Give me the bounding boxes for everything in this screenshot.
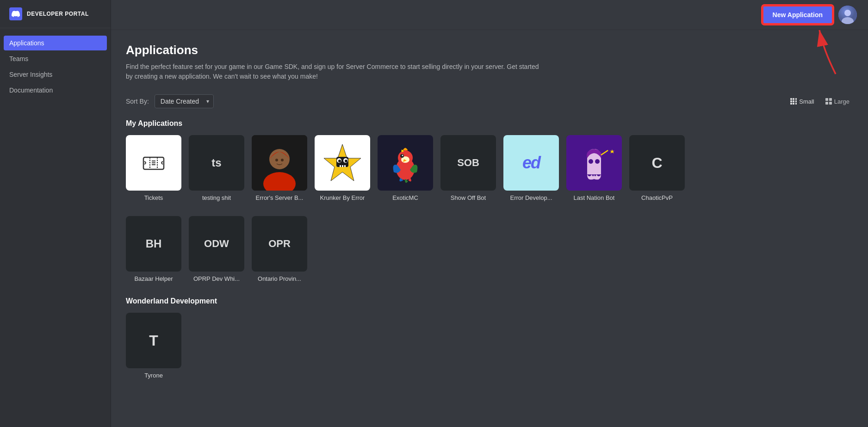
discord-logo-icon xyxy=(9,7,22,20)
sort-bar: Sort By: Date Created Name Last Modified xyxy=(126,94,853,108)
sidebar-nav: Applications Teams Server Insights Docum… xyxy=(0,28,111,105)
page-title: Applications xyxy=(126,43,853,57)
wonderland-title: Wonderland Development xyxy=(126,297,853,305)
main-content: New Application xyxy=(111,0,868,427)
app-card-last-nation[interactable]: Last Nation Bot xyxy=(566,135,622,201)
svg-point-17 xyxy=(338,160,341,162)
app-icon-tyrone: T xyxy=(126,313,181,368)
app-card-oprp-dev[interactable]: ODW OPRP Dev Whi... xyxy=(189,216,244,282)
app-card-krunker[interactable]: Krunker By Error xyxy=(315,135,370,201)
app-card-bazaar-helper[interactable]: BH Bazaar Helper xyxy=(126,216,181,282)
sidebar-item-teams[interactable]: Teams xyxy=(4,51,107,66)
avatar[interactable] xyxy=(838,6,857,24)
sort-label: Sort By: xyxy=(126,98,149,105)
large-view-label: Large xyxy=(834,98,849,105)
app-card-sob[interactable]: SOB Show Off Bot xyxy=(440,135,496,201)
app-name-tickets: Tickets xyxy=(144,194,163,201)
app-icon-krunker xyxy=(315,135,370,191)
app-icon-exoticmc xyxy=(378,135,433,191)
svg-point-1 xyxy=(844,10,851,16)
app-card-exoticmc[interactable]: ExoticMC xyxy=(378,135,433,201)
app-icon-errors-server xyxy=(252,135,307,191)
sort-select[interactable]: Date Created Name Last Modified xyxy=(155,94,214,108)
app-name-exoticmc: ExoticMC xyxy=(392,194,418,201)
app-name-sob: Show Off Bot xyxy=(451,194,486,201)
svg-point-11 xyxy=(275,159,278,161)
svg-point-12 xyxy=(281,159,284,161)
app-name-error-develop: Error Develop... xyxy=(510,194,552,201)
new-application-button[interactable]: New Application xyxy=(763,6,833,24)
app-icon-oprp-dev: ODW xyxy=(189,216,244,272)
app-name-testing-shit: testing shit xyxy=(202,194,231,201)
app-name-krunker: Krunker By Error xyxy=(320,194,365,201)
sidebar: DEVELOPER PORTAL Applications Teams Serv… xyxy=(0,0,111,427)
page-description: Find the perfect feature set for your ga… xyxy=(126,62,542,81)
app-name-tyrone: Tyrone xyxy=(144,372,163,379)
app-name-oprp-dev: OPRP Dev Whi... xyxy=(193,275,240,282)
small-view-label: Small xyxy=(799,98,814,105)
app-name-bazaar-helper: Bazaar Helper xyxy=(134,275,173,282)
app-icon-ontario: OPR xyxy=(252,216,307,272)
svg-point-28 xyxy=(589,159,593,164)
app-card-error-develop[interactable]: ed Error Develop... xyxy=(503,135,559,201)
svg-rect-21 xyxy=(342,165,343,167)
sort-left: Sort By: Date Created Name Last Modified xyxy=(126,94,214,108)
topbar-right: New Application xyxy=(763,6,857,24)
svg-rect-22 xyxy=(344,165,346,167)
app-card-chaoticpvp[interactable]: C ChaoticPvP xyxy=(629,135,685,201)
view-options: Small Large xyxy=(787,96,853,107)
small-grid-icon xyxy=(790,98,797,105)
wonderland-grid: T Tyrone xyxy=(126,313,853,379)
second-apps-grid: BH Bazaar Helper ODW OPRP Dev Whi... OPR… xyxy=(126,216,853,282)
app-icon-tickets xyxy=(126,135,181,191)
app-icon-testing-shit: ts xyxy=(189,135,244,191)
grid-icon-small xyxy=(790,98,797,105)
svg-point-27 xyxy=(402,155,403,156)
app-card-errors-server[interactable]: Error's Server B... xyxy=(252,135,307,201)
sidebar-item-applications[interactable]: Applications xyxy=(4,36,107,50)
content-area: Applications Find the perfect feature se… xyxy=(111,30,868,427)
svg-point-10 xyxy=(269,149,290,169)
portal-title: DEVELOPER PORTAL xyxy=(27,11,89,17)
large-grid-icon xyxy=(825,98,832,105)
app-icon-bazaar-helper: BH xyxy=(126,216,181,272)
large-view-button[interactable]: Large xyxy=(822,96,853,107)
app-icon-chaoticpvp: C xyxy=(629,135,685,191)
sidebar-item-documentation[interactable]: Documentation xyxy=(4,83,107,98)
app-icon-last-nation xyxy=(566,135,622,191)
grid-icon-large xyxy=(825,98,832,105)
app-name-chaoticpvp: ChaoticPvP xyxy=(641,194,673,201)
app-card-tickets[interactable]: Tickets xyxy=(126,135,181,201)
svg-marker-30 xyxy=(610,149,614,153)
sidebar-item-server-insights[interactable]: Server Insights xyxy=(4,67,107,82)
sidebar-logo: DEVELOPER PORTAL xyxy=(0,0,111,28)
app-name-last-nation: Last Nation Bot xyxy=(574,194,615,201)
app-card-tyrone[interactable]: T Tyrone xyxy=(126,313,181,379)
app-icon-sob: SOB xyxy=(440,135,496,191)
small-view-button[interactable]: Small xyxy=(787,96,818,107)
app-name-errors-server: Error's Server B... xyxy=(256,194,304,201)
app-card-ontario[interactable]: OPR Ontario Provin... xyxy=(252,216,307,282)
my-applications-title: My Applications xyxy=(126,119,853,128)
svg-point-18 xyxy=(345,160,347,162)
svg-rect-20 xyxy=(340,165,341,167)
svg-point-29 xyxy=(595,159,600,164)
app-card-testing-shit[interactable]: ts testing shit xyxy=(189,135,244,201)
app-name-ontario: Ontario Provin... xyxy=(258,275,301,282)
sort-select-wrapper[interactable]: Date Created Name Last Modified xyxy=(155,94,214,108)
app-icon-error-develop: ed xyxy=(503,135,559,191)
topbar: New Application xyxy=(111,0,868,30)
my-applications-grid: Tickets ts testing shit xyxy=(126,135,853,201)
